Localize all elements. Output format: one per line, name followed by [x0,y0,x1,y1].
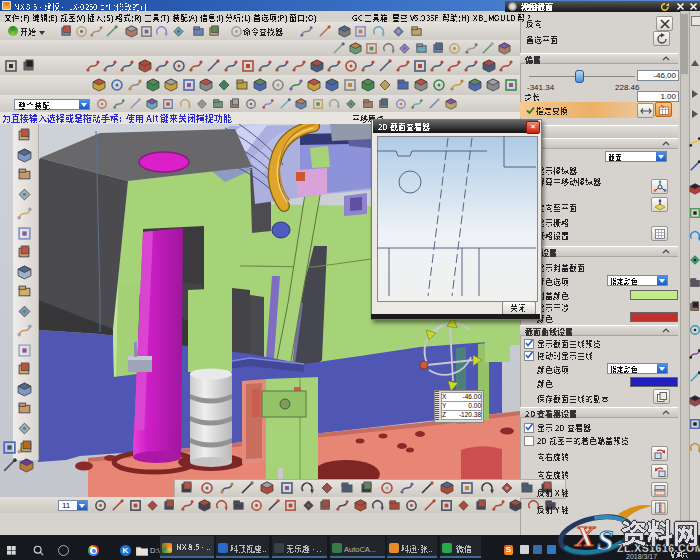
svg-text:2018/3/17: 2018/3/17 [626,553,657,560]
svg-text:X: X [574,519,596,552]
svg-text:S: S [597,523,614,556]
